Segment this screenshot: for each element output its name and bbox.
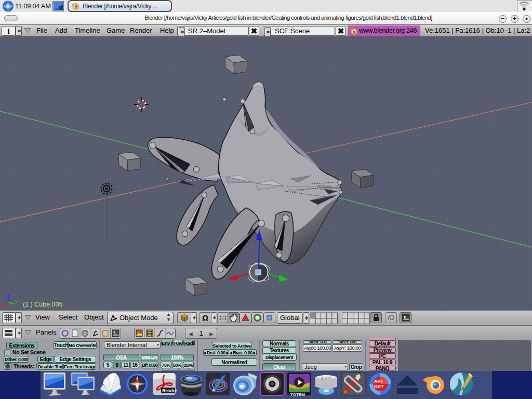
svg-text:Y: Y: [15, 299, 18, 304]
svg-text:(1 ) Cube.005: (1 ) Cube.005: [23, 301, 62, 308]
svg-text:TOTEM: TOTEM: [290, 392, 305, 397]
svg-text:APT: APT: [374, 379, 384, 384]
svg-text:GET: GET: [374, 384, 384, 389]
svg-text:BURN: BURN: [321, 376, 332, 380]
svg-text:X: X: [1, 303, 4, 309]
svg-text:Z: Z: [9, 293, 12, 298]
svg-text:Reader: Reader: [162, 388, 178, 393]
